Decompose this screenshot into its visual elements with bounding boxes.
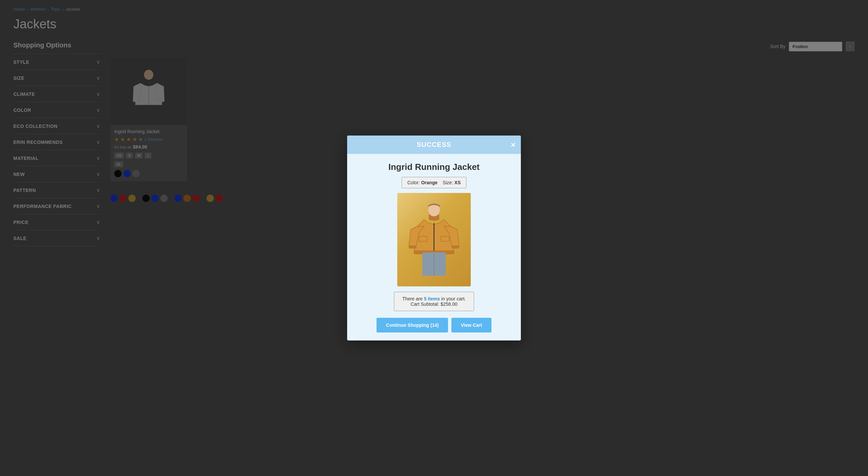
cart-text-after: in your cart. (440, 296, 466, 301)
svg-rect-3 (409, 246, 416, 248)
cart-subtotal-value: $258.00 (440, 301, 457, 307)
modal-overlay: SUCCESS × Ingrid Running Jacket Color: O… (0, 0, 868, 476)
cart-count-line: There are 5 items in your cart. (402, 296, 466, 301)
continue-shopping-button[interactable]: Continue Shopping (14) (376, 318, 448, 333)
svg-rect-4 (452, 246, 459, 248)
product-image (397, 193, 471, 286)
cart-text-before: There are (402, 296, 424, 301)
size-value: XS (454, 180, 461, 185)
cart-info-box: There are 5 items in your cart. Cart Sub… (394, 292, 474, 311)
modal-header: SUCCESS × (347, 136, 521, 154)
modal-product-name: Ingrid Running Jacket (388, 162, 479, 172)
size-label: Size: (443, 180, 453, 185)
color-value: Orange (421, 180, 437, 185)
view-cart-button[interactable]: View Cart (452, 318, 492, 333)
color-label: Color: (407, 180, 420, 185)
modal-actions: Continue Shopping (14) View Cart (376, 318, 491, 333)
cart-items-link[interactable]: 5 items (424, 296, 440, 301)
variant-badge: Color: Orange Size: XS (402, 177, 466, 188)
cart-subtotal-line: Cart Subtotal: $258.00 (402, 301, 466, 307)
modal-body: Ingrid Running Jacket Color: Orange Size… (347, 154, 521, 340)
modal-close-button[interactable]: × (511, 141, 516, 149)
success-modal: SUCCESS × Ingrid Running Jacket Color: O… (347, 136, 521, 340)
modal-title: SUCCESS (416, 141, 452, 148)
cart-subtotal-label: Cart Subtotal: (411, 301, 439, 307)
